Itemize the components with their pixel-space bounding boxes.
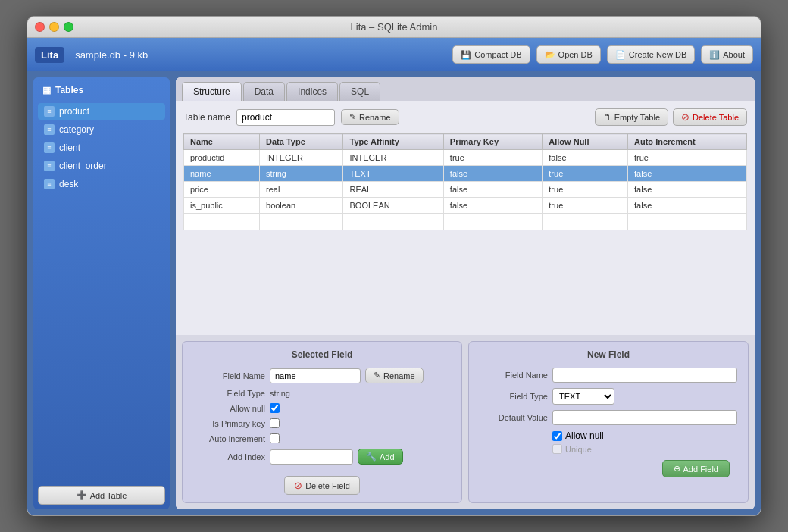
create-db-icon: 📄 [615, 49, 626, 60]
table-row[interactable]: name string TEXT false true false [184, 166, 747, 182]
sidebar-item-desk[interactable]: ≡ desk [38, 176, 165, 192]
allow-null-checkbox[interactable] [270, 403, 280, 413]
auto-increment-checkbox[interactable] [270, 433, 280, 443]
new-field-type-select[interactable]: TEXT INTEGER REAL BLOB NUMERIC [552, 388, 614, 405]
window-title: Lita – SQLite Admin [351, 21, 438, 33]
about-button[interactable]: ℹ️ About [701, 45, 753, 64]
allow-null-label: Allow null [193, 404, 265, 413]
sidebar-item-category[interactable]: ≡ category [38, 121, 165, 138]
table-row-icon: ≡ [44, 161, 55, 171]
default-value-input[interactable] [552, 410, 737, 425]
add-index-row: Add Index 🔧 Add [193, 449, 451, 465]
tab-sql[interactable]: SQL [339, 82, 380, 101]
compact-db-button[interactable]: 💾 Compact DB [452, 45, 530, 64]
table-row-icon: ≡ [44, 142, 55, 153]
table-row[interactable]: is_public boolean BOOLEAN false true fal… [184, 198, 747, 214]
new-field-name-row: Field Name [480, 368, 737, 383]
add-field-icon: ⊕ [674, 464, 680, 474]
sidebar-item-client-order[interactable]: ≡ client_order [38, 158, 165, 174]
col-header-type-affinity: Type Affinity [343, 134, 443, 150]
new-field-name-input[interactable] [552, 368, 737, 383]
delete-table-button[interactable]: ⊘ Delete Table [673, 108, 747, 126]
maximize-button[interactable] [64, 22, 73, 32]
default-value-row: Default Value [480, 410, 737, 425]
sidebar-header: ▦ Tables [38, 82, 165, 102]
about-icon: ℹ️ [709, 49, 720, 60]
sidebar-item-product[interactable]: ≡ product [38, 103, 165, 120]
unique-label: Unique [565, 445, 592, 454]
right-panel: Structure Data Indices SQL Table name [176, 77, 755, 509]
auto-increment-label: Auto increment [193, 434, 265, 443]
table-row-icon: ≡ [44, 179, 55, 189]
table-row-icon: ≡ [44, 124, 55, 135]
unique-checkbox[interactable] [552, 444, 562, 454]
add-index-label: Add Index [193, 452, 265, 462]
tab-data[interactable]: Data [243, 82, 285, 101]
allow-null-row: Allow null [193, 403, 451, 413]
new-field-panel: New Field Field Name Field Type TEXT INT… [468, 341, 749, 503]
tab-indices[interactable]: Indices [286, 82, 338, 101]
toolbar: Lita sample.db - 9 kb 💾 Compact DB 📂 Ope… [27, 38, 761, 71]
app-badge: Lita [35, 47, 64, 63]
tabs: Structure Data Indices SQL [176, 77, 755, 101]
close-button[interactable] [35, 22, 45, 32]
add-index-icon: 🔧 [366, 452, 377, 462]
col-header-allow-null: Allow Null [543, 134, 628, 150]
minimize-button[interactable] [49, 22, 59, 32]
table-row-empty [184, 214, 747, 230]
primary-key-checkbox[interactable] [270, 418, 280, 428]
col-header-name: Name [184, 134, 260, 150]
field-type-value: string [270, 389, 290, 398]
new-field-type-row: Field Type TEXT INTEGER REAL BLOB NUMERI… [480, 388, 737, 405]
add-index-button[interactable]: 🔧 Add [358, 449, 403, 465]
titlebar: Lita – SQLite Admin [27, 17, 761, 38]
open-db-button[interactable]: 📂 Open DB [536, 45, 601, 64]
sidebar: ▦ Tables ≡ product ≡ category ≡ client ≡… [33, 77, 170, 509]
traffic-lights [35, 22, 73, 32]
primary-key-label: Is Primary key [193, 419, 265, 428]
delete-field-icon: ⊘ [294, 480, 302, 491]
col-header-data-type: Data Type [260, 134, 343, 150]
open-db-icon: 📂 [545, 49, 555, 60]
empty-table-button[interactable]: 🗒 Empty Table [595, 108, 668, 126]
tab-structure[interactable]: Structure [182, 82, 242, 101]
add-field-button[interactable]: ⊕ Add Field [662, 460, 730, 477]
selected-field-name-input[interactable] [270, 368, 361, 383]
auto-increment-row: Auto increment [193, 433, 451, 443]
selected-field-panel: Selected Field Field Name ✎ Rename Field… [182, 341, 462, 503]
empty-icon: 🗒 [603, 113, 611, 122]
rename-table-button[interactable]: ✎ Rename [341, 109, 399, 125]
new-field-type-label: Field Type [480, 392, 548, 401]
delete-icon: ⊘ [681, 111, 690, 123]
new-field-title: New Field [480, 349, 737, 360]
table-row-icon: ≡ [44, 106, 55, 117]
field-name-label: Field Name [193, 371, 265, 380]
new-allow-null-checkbox[interactable] [552, 431, 562, 441]
table-name-row: Table name ✎ Rename 🗒 Empty Table ⊘ [183, 108, 747, 126]
col-header-auto-increment: Auto Increment [628, 134, 747, 150]
add-field-row: ⊕ Add Field [480, 460, 737, 477]
table-row[interactable]: productid INTEGER INTEGER true false tru… [184, 150, 747, 166]
new-allow-null-row: Allow null [552, 430, 737, 441]
selected-field-title: Selected Field [193, 349, 451, 360]
delete-field-button[interactable]: ⊘ Delete Field [284, 476, 360, 495]
table-area: Table name ✎ Rename 🗒 Empty Table ⊘ [176, 101, 755, 335]
sidebar-item-client[interactable]: ≡ client [38, 139, 165, 156]
field-type-label: Field Type [193, 389, 265, 398]
table-name-label: Table name [183, 112, 230, 123]
main-content: ▦ Tables ≡ product ≡ category ≡ client ≡… [27, 71, 761, 515]
add-table-button[interactable]: ➕ Add Table [38, 486, 165, 505]
default-value-label: Default Value [480, 413, 548, 422]
db-info: sample.db - 9 kb [75, 49, 446, 61]
table-name-input[interactable] [236, 109, 335, 126]
add-index-input[interactable] [270, 449, 353, 465]
create-new-db-button[interactable]: 📄 Create New DB [607, 45, 695, 64]
primary-key-row: Is Primary key [193, 418, 451, 428]
new-field-name-label: Field Name [480, 371, 548, 380]
add-table-icon: ➕ [77, 490, 87, 500]
unique-row: Unique [552, 444, 737, 454]
rename-field-button[interactable]: ✎ Rename [365, 368, 424, 383]
new-allow-null-label: Allow null [565, 430, 604, 441]
table-row[interactable]: price real REAL false true false [184, 182, 747, 198]
field-type-row: Field Type string [193, 389, 451, 398]
